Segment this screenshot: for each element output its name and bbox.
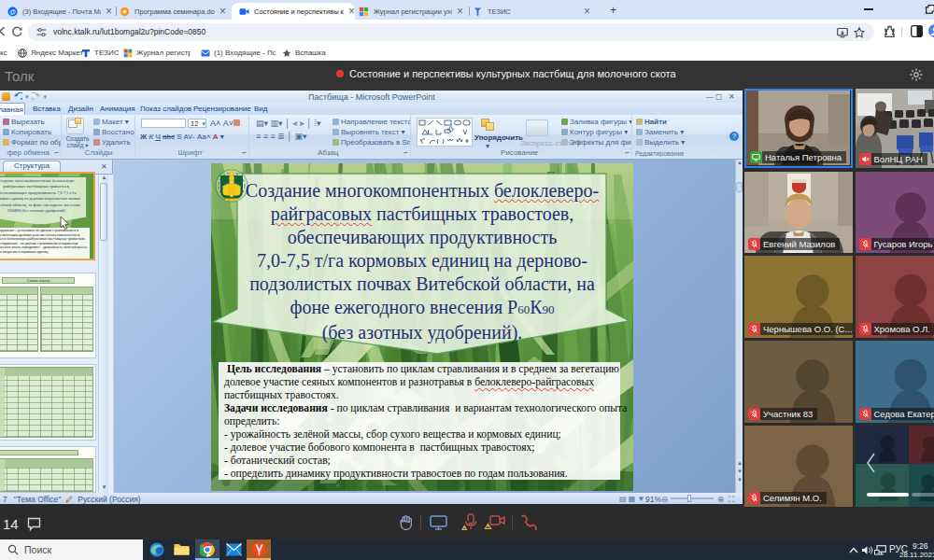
svg-text:@: @ [9, 7, 16, 14]
